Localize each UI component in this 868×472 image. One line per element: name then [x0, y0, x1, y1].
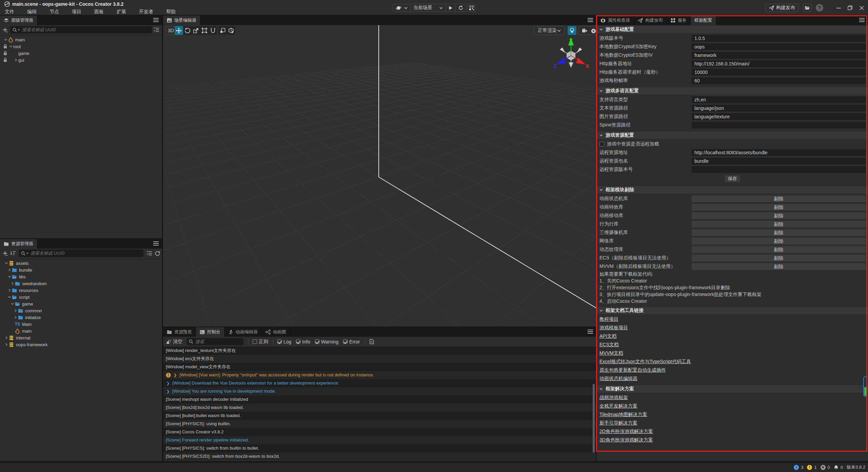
remove-module-button[interactable]: 剔除 [692, 229, 866, 236]
field-input[interactable]: framework [692, 52, 866, 59]
hierarchy-add-button[interactable] [2, 27, 8, 33]
inspector-menu-button[interactable] [859, 18, 865, 23]
section-header-框架文档工具链接[interactable]: 框架文档工具链接 [597, 307, 868, 314]
remove-module-button[interactable]: 剔除 [692, 255, 866, 261]
status-notifications[interactable]: 0 [834, 465, 843, 470]
status-errors[interactable]: ✕ 0 [821, 465, 830, 470]
section-header-框架解决方案[interactable]: 框架解决方案 [597, 385, 868, 393]
preview-target-button[interactable] [393, 4, 411, 12]
doc-link-游戏模板项目[interactable]: 游戏模板项目 [599, 325, 628, 331]
log-expand-arrow[interactable]: ❯ [166, 379, 170, 387]
doc-link-动画状态机编辑器[interactable]: 动画状态机编辑器 [599, 376, 637, 382]
scene-select[interactable]: 当前场景 [411, 4, 446, 12]
assets-search-input[interactable]: 搜索名称或 UUID [19, 250, 143, 257]
preview-qr-button[interactable] [467, 4, 476, 12]
remove-module-button[interactable]: 剔除 [692, 204, 866, 211]
doc-link-新手引导解决方案[interactable]: 新手引导解决方案 [599, 420, 637, 426]
play-button[interactable] [446, 4, 456, 12]
section-header-框架模块剔除[interactable]: 框架模块剔除 [597, 186, 868, 194]
tab-inspector-框架配置[interactable]: 框架配置 [691, 16, 716, 25]
hierarchy-filter-button[interactable] [153, 27, 159, 33]
doc-link-MVVM文档[interactable]: MVVM文档 [599, 350, 623, 356]
console-filter-log[interactable]: Log [277, 339, 291, 345]
asset-node-main[interactable]: main [0, 328, 162, 334]
asset-node-initialize[interactable]: initialize [0, 314, 162, 321]
move-tool-button[interactable] [175, 26, 183, 35]
field-input[interactable]: 10000 [692, 69, 866, 76]
field-input[interactable]: language/texture [692, 113, 866, 120]
hierarchy-search-input[interactable]: 搜索名称或 UUID [10, 26, 152, 34]
hierarchy-node-main[interactable]: main [0, 36, 162, 43]
console-menu-button[interactable] [588, 330, 594, 334]
hierarchy-node-gui[interactable]: gui [0, 57, 162, 63]
console-filter-warning[interactable]: Warning [315, 339, 339, 345]
remove-module-button[interactable]: 剔除 [692, 212, 866, 219]
asset-node-script[interactable]: script [0, 294, 162, 300]
help-button[interactable]: ? [816, 4, 823, 12]
console-search-input[interactable]: 搜索 [186, 338, 243, 345]
config-checkbox-游戏中资源是否远程加载[interactable]: 游戏中资源是否远程加载 [597, 140, 868, 148]
log-row[interactable]: ❯[Window] [Vue warn]: Property "onInput"… [163, 371, 596, 379]
reload-button[interactable] [456, 4, 466, 12]
axis-gizmo[interactable]: Y Z X [552, 35, 590, 75]
menu-编辑[interactable]: 编辑 [26, 8, 38, 15]
field-input[interactable]: language/json [692, 105, 866, 112]
asset-node-seedrandom[interactable]: seedrandom [0, 280, 162, 287]
tab-inspector-构建发布[interactable]: 构建发布 [634, 16, 667, 25]
remove-module-button[interactable]: 剔除 [692, 238, 866, 244]
doc-link-ECS文档[interactable]: ECS文档 [599, 342, 619, 348]
tab-console-资源预览[interactable]: 资源预览 [163, 327, 196, 337]
menu-开发者[interactable]: 开发者 [138, 8, 155, 15]
assets-menu-button[interactable] [153, 241, 159, 246]
asset-node-bundle[interactable]: bundle [0, 267, 162, 273]
asset-node-resources[interactable]: resources [0, 287, 162, 294]
field-input[interactable]: http://192.168.0.150/main/ [692, 60, 866, 67]
scene-menu-button[interactable] [588, 18, 594, 23]
console-filter-error[interactable]: Error [343, 339, 360, 345]
tab-console-动画图[interactable]: 动画图 [262, 327, 290, 337]
hierarchy-node-game[interactable]: game [0, 50, 162, 57]
doc-link-教程项目[interactable]: 教程项目 [599, 316, 618, 322]
field-input[interactable] [692, 122, 866, 129]
asset-node-game[interactable]: game [0, 300, 162, 307]
doc-link-原生包热更新配置自动生成插件[interactable]: 原生包热更新配置自动生成插件 [599, 367, 666, 373]
tab-inspector-服务[interactable]: 服务 [667, 16, 691, 25]
section-header-游戏基础配置[interactable]: 游戏基础配置 [597, 26, 868, 33]
console-filter-info[interactable]: Info [296, 339, 310, 345]
inspector-scrollbar-thumb[interactable] [864, 387, 866, 396]
rect-tool-button[interactable] [200, 26, 209, 35]
save-button[interactable]: 保存 [725, 175, 740, 182]
console-log-file-button[interactable] [370, 339, 374, 344]
tab-inspector-属性检查器[interactable]: 属性检查器 [597, 16, 634, 25]
console-regex-checkbox[interactable]: 正则 [253, 339, 268, 345]
window-restore-button[interactable] [845, 3, 855, 13]
remove-module-button[interactable]: 剔除 [692, 246, 866, 253]
tab-assets[interactable]: 资源管理器 [0, 239, 37, 249]
window-minimize-button[interactable] [833, 3, 844, 13]
doc-link-3D角色扮演游戏解决方案[interactable]: 3D角色扮演游戏解决方案 [599, 437, 653, 443]
log-row[interactable]: ❯[Window] Download the Vue Devtools exte… [163, 379, 596, 387]
field-input[interactable]: http://localhost:8083/assets/bundle [692, 149, 866, 156]
field-input[interactable] [692, 166, 866, 173]
menu-帮助[interactable]: 帮助 [165, 8, 177, 15]
console-clear-button[interactable]: 清空 [166, 339, 182, 345]
scene-camera-button[interactable] [580, 26, 589, 35]
scene-light-toggle[interactable] [568, 26, 576, 35]
tab-console-动画编辑器[interactable]: 动画编辑器 [224, 327, 262, 337]
console-scrollbar[interactable] [593, 384, 595, 453]
scale-tool-button[interactable] [192, 26, 200, 35]
field-input[interactable]: 1.0.5 [692, 35, 866, 42]
tab-hierarchy[interactable]: 层级管理器 [0, 16, 37, 25]
remove-module-button[interactable]: 剔除 [692, 263, 866, 270]
status-info[interactable]: i 3 [794, 465, 803, 470]
menu-扩展[interactable]: 扩展 [115, 8, 127, 15]
inspector-scrollbar[interactable] [863, 376, 867, 397]
doc-link-Tiledmap地图解决方案[interactable]: Tiledmap地图解决方案 [599, 412, 647, 418]
field-input[interactable]: 60 [692, 77, 866, 84]
assets-filter-button[interactable] [146, 250, 152, 256]
open-project-folder-button[interactable] [803, 4, 812, 12]
menu-节点[interactable]: 节点 [48, 8, 60, 15]
pivot-toggle-button[interactable] [218, 26, 227, 35]
menu-文件[interactable]: 文件 [3, 8, 16, 15]
doc-link-2D角色扮演游戏解决方案[interactable]: 2D角色扮演游戏解决方案 [599, 429, 653, 435]
